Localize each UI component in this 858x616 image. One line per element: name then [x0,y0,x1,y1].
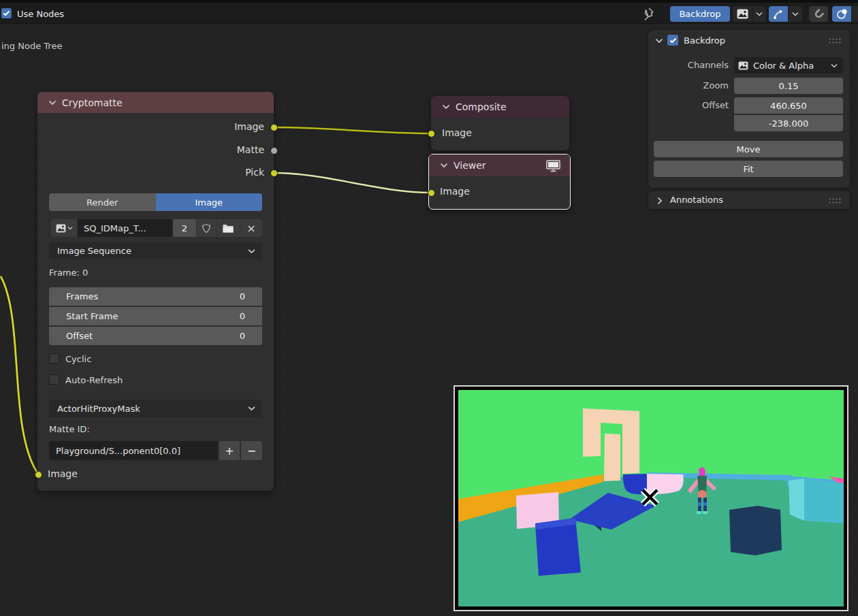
source-toggle: Render Image [49,193,262,211]
socket-matte-output[interactable] [270,147,278,155]
chevron-down-icon [756,12,763,16]
backdrop-channels-dropdown[interactable] [752,6,766,22]
pin-icon[interactable] [641,6,656,22]
field-value: 0 [240,311,245,321]
monitor-icon [546,160,560,172]
source-type-dropdown[interactable]: Image Sequence [49,242,262,259]
offset-field[interactable]: Offset0 [49,327,262,345]
field-label: Frames [66,291,98,302]
layer-name-value: ActorHitProxyMask [57,404,140,414]
layer-name-dropdown[interactable]: ActorHitProxyMask [49,400,262,417]
offset-x-field[interactable]: 460.650 [734,97,843,114]
source-type-value: Image Sequence [57,246,131,256]
image-browse-button[interactable] [51,219,77,237]
add-matte-button[interactable]: + [219,441,240,460]
panel-collapsed-chevron-icon[interactable] [657,197,663,205]
offset-label: Offset [648,100,729,110]
image-name-field[interactable]: SQ_IDMap_T... [78,219,172,237]
source-render-option[interactable]: Render [49,193,156,211]
field-label: Start Frame [66,311,118,321]
field-value: 0 [240,331,245,341]
field-value: 0 [240,291,245,302]
frame-label: Frame: 0 [49,268,88,278]
field-label: Offset [66,331,93,341]
cyclic-checkbox[interactable] [49,353,59,363]
source-image-option[interactable]: Image [156,193,263,211]
output-label-matte: Matte [237,144,264,155]
backdrop-panel: Backdrop Channels Color & Alpha Zoom 0.1… [648,30,850,188]
offset-y-field[interactable]: -238.000 [734,115,843,131]
panel-expand-chevron-icon[interactable] [655,38,663,44]
start-frame-field[interactable]: Start Frame0 [49,307,262,325]
panel-drag-grip[interactable] [828,37,842,44]
shield-icon [202,223,211,233]
remove-matte-button[interactable]: − [241,441,262,460]
socket-pick-output[interactable] [270,169,278,177]
fake-user-button[interactable] [197,219,216,237]
plus-icon: + [225,444,234,457]
overlays-dropdown[interactable] [852,6,858,22]
annotations-panel: Annotations [648,191,850,209]
node-title: Viewer [454,160,486,171]
snap-mode-dropdown[interactable] [789,6,802,22]
backdrop-channels-icon-button[interactable] [733,6,752,22]
frames-field[interactable]: Frames0 [49,287,262,306]
node-composite-header[interactable]: Composite [431,96,569,118]
node-composite[interactable]: Composite Image [431,96,569,150]
preview-cyan-cube-left [789,479,804,521]
backdrop-enable-checkbox[interactable] [667,35,678,46]
check-icon [669,37,677,44]
preview-cyan-cube [802,479,844,523]
output-label-image: Image [234,121,264,132]
channels-dropdown[interactable]: Color & Alpha [734,57,843,74]
collapse-chevron-icon[interactable] [440,163,448,168]
overlays-toggle-button[interactable] [832,6,851,22]
preview-navy-cube [729,506,782,555]
image-icon [737,9,748,19]
open-image-button[interactable] [217,219,240,237]
socket-composite-image-input[interactable] [428,130,435,137]
zoom-value-field[interactable]: 0.15 [734,78,843,94]
collapse-chevron-icon[interactable] [48,100,57,106]
backdrop-toggle-button[interactable]: Backdrop [670,6,730,22]
snap-toggle-button[interactable] [769,6,788,22]
cyclic-label: Cyclic [65,354,91,364]
preview-peach-stem [604,434,620,481]
node-cryptomatte[interactable]: Cryptomatte Image Matte Pick Render Imag… [37,92,274,491]
auto-refresh-checkbox[interactable] [49,374,59,385]
input-label-image: Image [442,127,472,138]
unlink-button[interactable]: × [240,219,262,237]
move-button[interactable]: Move [654,141,843,157]
magnet-icon [813,8,825,20]
overlapping-circles-icon [836,8,848,20]
socket-cryptomatte-image-input[interactable] [35,471,42,479]
socket-image-output[interactable] [270,124,278,131]
panel-title: Backdrop [684,35,725,46]
node-cryptomatte-header[interactable]: Cryptomatte [37,92,274,113]
auto-refresh-label: Auto-Refresh [65,375,123,385]
magnet-icon-button[interactable] [809,6,828,22]
channels-value: Color & Alpha [753,61,814,71]
node-viewer-header[interactable]: Viewer [429,155,570,176]
image-icon [738,61,748,70]
backdrop-render-preview [458,390,844,606]
image-users-count-button[interactable]: 2 [173,219,196,237]
check-icon [3,10,10,16]
use-nodes-checkbox[interactable] [1,8,12,18]
close-icon: × [247,222,255,235]
chevron-down-icon [67,226,73,230]
socket-viewer-image-input[interactable] [428,189,435,197]
matte-id-field[interactable]: Playground/S...ponent0[0.0] [49,441,218,460]
chevron-down-icon [248,248,255,254]
node-viewer[interactable]: Viewer Image [428,154,571,210]
minus-icon: − [247,444,256,457]
breadcrumb: ing Node Tree [1,41,62,51]
input-label-image: Image [48,468,78,479]
panel-drag-grip[interactable] [828,197,842,204]
panel-title: Annotations [670,195,723,205]
collapse-chevron-icon[interactable] [442,104,450,110]
fit-button[interactable]: Fit [654,161,843,177]
chevron-down-icon [831,63,838,68]
image-icon [56,224,66,233]
chevron-down-icon [248,406,255,411]
